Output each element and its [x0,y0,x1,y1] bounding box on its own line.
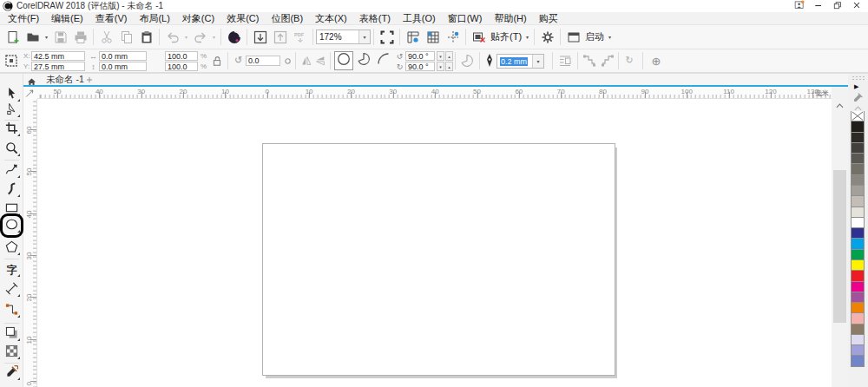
close-button[interactable] [847,1,866,12]
palette-flyout-icon[interactable]: ▶ [854,82,863,90]
rotation-angle-field[interactable]: 0.0 [246,56,280,66]
menu-object[interactable]: 对象(C) [176,12,220,25]
launch-button[interactable] [563,27,583,47]
text-tool[interactable]: 字 [1,262,23,278]
new-tab-button[interactable] [84,75,95,84]
swatch-periwinkle[interactable] [851,344,865,356]
mirror-vertical-icon[interactable] [314,55,326,67]
options-gear-button[interactable] [537,27,557,47]
copy-button[interactable] [116,27,136,47]
swatch-gray-70[interactable] [851,153,865,164]
menu-effects[interactable]: 效果(C) [220,12,265,25]
undo-button[interactable] [162,27,182,47]
swatch-gray-60[interactable] [851,163,865,174]
menu-buy[interactable]: 购买 [533,12,564,25]
launch-dropdown-icon[interactable]: ▾ [606,27,614,47]
restore-button[interactable] [828,1,847,12]
arc-mode-button[interactable] [374,51,393,70]
publish-pdf-button[interactable]: PDF [290,27,310,47]
redo-dropdown-icon[interactable]: ▾ [210,27,218,47]
swatch-gray-80[interactable] [851,142,865,154]
menu-window[interactable]: 窗口(W) [442,12,489,25]
shape-tool[interactable] [1,102,23,118]
start-angle-spin-up[interactable]: ▴ [445,51,453,61]
freehand-tool[interactable] [1,163,23,179]
document-tab[interactable]: 未命名 -1 [41,74,89,85]
swatch-brown[interactable] [851,324,865,335]
connector-tool[interactable] [1,303,23,318]
undo-dropdown-icon[interactable]: ▾ [182,27,190,47]
print-button[interactable] [70,27,90,47]
end-angle-field[interactable]: 90.0 ° [405,62,435,71]
menu-table[interactable]: 表格(T) [353,12,397,25]
swatch-cornflower-blue[interactable] [851,355,865,366]
swatch-gray-30[interactable] [851,195,865,207]
open-folder-button[interactable] [23,27,43,47]
vertical-scrollbar[interactable] [832,87,848,387]
show-guidelines-button[interactable] [443,27,463,47]
swatch-yellow[interactable] [851,259,865,271]
mirror-horizontal-icon[interactable] [300,55,312,67]
wrap-text-icon[interactable] [558,54,572,68]
steps-back-icon[interactable] [601,54,615,68]
drawing-canvas[interactable] [37,99,832,387]
object-width-field[interactable]: 0.0 mm [99,51,147,61]
ellipse-tool[interactable] [1,218,23,233]
account-button[interactable] [790,1,809,12]
menu-view[interactable]: 查看(V) [89,12,134,25]
color-eyedropper-tool[interactable] [1,365,23,381]
menu-tools[interactable]: 工具(O) [397,12,442,25]
swatch-gray-50[interactable] [851,174,865,186]
crop-tool[interactable] [1,121,23,137]
menu-help[interactable]: 帮助(H) [488,12,532,25]
palette-grip[interactable] [852,75,865,82]
show-grid-button[interactable] [423,27,443,47]
full-screen-preview-button[interactable] [377,27,397,47]
swatch-navy-blue[interactable] [851,227,865,239]
swatch-orange[interactable] [851,302,865,313]
swatch-gray-20[interactable] [851,207,865,218]
swatch-gray-90[interactable] [851,132,865,143]
change-direction-icon[interactable] [460,54,474,68]
y-position-field[interactable]: 27.5 mm [31,62,85,71]
steps-forward-icon[interactable] [582,54,596,68]
snap-to-button[interactable] [469,27,489,47]
swatch-white[interactable] [851,217,865,228]
show-rulers-button[interactable] [403,27,423,47]
swatch-purple[interactable] [851,292,865,303]
start-angle-spin-down[interactable]: ▾ [437,51,444,61]
drawing-page[interactable] [262,143,615,376]
scroll-up-button[interactable] [832,98,848,110]
outline-width-dropdown-icon[interactable]: ▾ [532,55,543,68]
object-height-field[interactable]: 0.0 mm [99,62,147,71]
x-position-field[interactable]: 42.5 mm [31,51,85,61]
swatch-black[interactable] [851,121,865,132]
polygon-tool[interactable] [1,240,23,256]
menu-file[interactable]: 文件(F) [2,12,45,25]
home-icon[interactable] [27,75,38,84]
zoom-tool[interactable] [1,141,23,157]
pie-mode-button[interactable] [354,51,373,70]
menu-edit[interactable]: 编辑(E) [45,12,89,25]
open-folder-dropdown-icon[interactable]: ▾ [43,27,50,47]
end-angle-spin-up[interactable]: ▴ [445,62,453,71]
drop-shadow-tool[interactable] [1,326,23,342]
ruler-origin[interactable] [23,87,37,99]
swatch-pale-lavender[interactable] [851,334,865,345]
cut-button[interactable] [96,27,116,47]
refresh-icon[interactable]: ↻ [623,54,635,66]
ellipse-mode-button[interactable] [334,51,353,70]
scale-x-field[interactable]: 100.0 [165,51,198,61]
swatch-green[interactable] [851,249,865,260]
swatch-cyan-blue[interactable] [851,238,865,249]
zoom-level-combo[interactable]: 172%▾ [316,30,371,44]
palette-scroll-up-icon[interactable] [852,103,864,110]
dimension-tool[interactable] [1,282,23,298]
scale-y-field[interactable]: 100.0 [165,62,198,71]
menu-bitmaps[interactable]: 位图(B) [265,12,309,25]
menu-layout[interactable]: 布局(L) [133,12,175,25]
swatch-pink[interactable] [851,312,865,324]
artistic-media-tool[interactable] [1,182,23,198]
end-angle-spin-down[interactable]: ▾ [437,62,444,71]
save-button[interactable] [50,27,70,47]
